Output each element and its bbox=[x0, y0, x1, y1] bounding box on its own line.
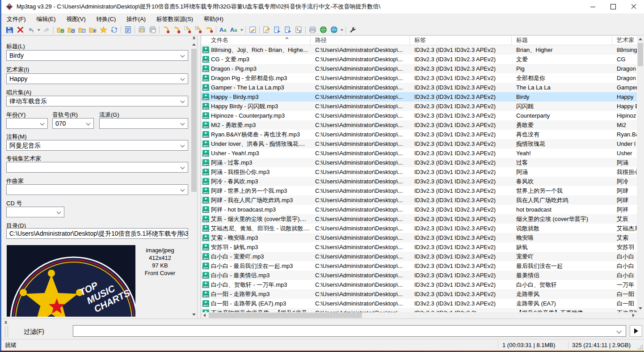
album-cover[interactable]: TOP MUSIC CHARTS bbox=[7, 245, 135, 317]
album-artist-field[interactable] bbox=[6, 162, 188, 173]
menu-help[interactable]: 帮助(H) bbox=[199, 13, 228, 25]
paste-tag-button[interactable] bbox=[147, 25, 158, 34]
remove-tag-button[interactable] bbox=[15, 25, 25, 34]
web-source-alt-button[interactable] bbox=[328, 25, 339, 34]
open-playlist-button[interactable] bbox=[76, 25, 87, 34]
tag-paste-button[interactable] bbox=[182, 25, 193, 34]
table-row[interactable]: MP3 白小白 - 最美情侣.mp3 C:\Users\Administrato… bbox=[201, 271, 637, 280]
convert-case-alt-button[interactable]: Aa bbox=[228, 25, 239, 34]
table-row[interactable]: MP3 艾索 - 晚安喵.mp3 C:\Users\Administrator\… bbox=[201, 233, 637, 242]
menu-file[interactable]: 文件(F) bbox=[2, 13, 30, 25]
table-row[interactable]: MP3 Dragon - Pig.mp3 C:\Users\Administra… bbox=[201, 64, 637, 73]
refresh-button[interactable] bbox=[109, 25, 119, 34]
table-row[interactable]: MP3 白一阳 - 走路带风 (EA7).mp3 C:\Users\Admini… bbox=[201, 299, 637, 308]
scrollbar-thumb[interactable] bbox=[191, 49, 197, 192]
undo-button[interactable] bbox=[25, 25, 36, 34]
scrollbar-thumb[interactable] bbox=[209, 313, 362, 318]
column-header-path[interactable]: 路径 bbox=[311, 36, 410, 45]
scroll-left-icon[interactable] bbox=[203, 314, 206, 317]
table-row[interactable]: MP3 Mi2 - 勇敢爱.mp3 C:\Users\Administrator… bbox=[201, 120, 637, 130]
filter-close-button[interactable]: x bbox=[3, 320, 8, 325]
tag-panel-close-button[interactable]: x bbox=[191, 35, 197, 41]
filter-grip[interactable] bbox=[5, 326, 8, 338]
table-row[interactable]: MP3 艾福杰尼、黄旭、田羽生 - 说散就散.... C:\Users\Admi… bbox=[201, 224, 637, 233]
convert-case-dropdown-button[interactable] bbox=[239, 25, 244, 34]
table-row[interactable]: MP3 不改音响提升六倍音质，【提升6倍音 C:\Users\Administr… bbox=[201, 308, 637, 312]
table-row[interactable]: MP3 Happy - Birdy.mp3 C:\Users\Administr… bbox=[201, 92, 637, 102]
scroll-up-icon[interactable] bbox=[192, 43, 196, 46]
file-list-vertical-scrollbar[interactable] bbox=[637, 35, 644, 312]
table-row[interactable]: MP3 白小白 - 最后我们没在一起.mp3 C:\Users\Administ… bbox=[201, 261, 637, 271]
convert-tag-filename-button[interactable] bbox=[261, 25, 272, 34]
title-field[interactable]: Birdy bbox=[6, 50, 188, 61]
parent-directory-button[interactable] bbox=[87, 25, 98, 34]
scroll-right-icon[interactable] bbox=[632, 314, 635, 317]
scroll-down-icon[interactable] bbox=[192, 314, 196, 316]
table-row[interactable]: MP3 88rising、Joji、Rich - Brian、Highe... … bbox=[201, 45, 637, 55]
table-row[interactable]: MP3 Usher - Yeah!.mp3 C:\Users\Administr… bbox=[201, 148, 637, 158]
convert-filename-filename-button[interactable] bbox=[282, 25, 293, 34]
directory-field[interactable]: C:\Users\Administrator\Desktop\提升10倍音质5.… bbox=[6, 228, 188, 239]
table-row[interactable]: MP3 阿肆 - 我在人民广场吃炸鸡.mp3 C:\Users\Administ… bbox=[201, 195, 637, 205]
album-field[interactable]: 律动车载音乐 bbox=[6, 96, 188, 106]
table-row[interactable]: MP3 Gamper - The La La La.mp3 C:\Users\A… bbox=[201, 83, 637, 92]
table-row[interactable]: MP3 阿祥 - hot broadcast.mp3 C:\Users\Admi… bbox=[201, 205, 637, 214]
scroll-up-icon[interactable] bbox=[639, 38, 642, 40]
undo-dropdown-button[interactable] bbox=[36, 25, 41, 34]
year-field[interactable] bbox=[6, 118, 48, 129]
column-header-title[interactable]: 标题 bbox=[512, 36, 612, 45]
filter-apply-button[interactable] bbox=[630, 325, 642, 337]
table-row[interactable]: MP3 Dragon Pig - 全部都是你.mp3 C:\Users\Admi… bbox=[201, 73, 637, 83]
copy-tag-button[interactable] bbox=[136, 25, 147, 34]
table-row[interactable]: MP3 白小白、贺敬轩 - 一万年.mp3 C:\Users\Administr… bbox=[201, 280, 637, 289]
menu-actions[interactable]: 操作(A) bbox=[122, 13, 150, 25]
table-row[interactable]: MP3 Under lover、洪春风 - 痴情玫瑰花.... C:\Users… bbox=[201, 139, 637, 148]
file-list-horizontal-scrollbar[interactable] bbox=[201, 312, 637, 318]
table-row[interactable]: MP3 白小白 - 宠爱吖.mp3 C:\Users\Administrator… bbox=[201, 252, 637, 261]
tag-copy-button[interactable] bbox=[172, 25, 182, 34]
table-row[interactable]: MP3 安苏羽 - 缺氧.mp3 C:\Users\Administrator\… bbox=[201, 242, 637, 252]
table-row[interactable]: MP3 阿涵 - 我很担心你.mp3 C:\Users\Administrato… bbox=[201, 167, 637, 177]
options-button[interactable] bbox=[347, 25, 358, 34]
table-row[interactable]: MP3 CG - 文爱.mp3 C:\Users\Administrator\D… bbox=[201, 55, 637, 64]
table-row[interactable]: MP3 艾辰 - 烟火里的尘埃 (cover华晨宇).... C:\Users\… bbox=[201, 214, 637, 224]
edit-tag-button[interactable] bbox=[247, 25, 258, 34]
column-header-tag[interactable]: 标签 bbox=[410, 36, 512, 45]
table-row[interactable]: MP3 Hipinoze - Counterparty.mp3 C:\Users… bbox=[201, 111, 637, 120]
tag-panel-scrollbar[interactable]: x bbox=[191, 35, 197, 318]
maximize-button[interactable] bbox=[603, 0, 623, 13]
table-row[interactable]: MP3 Ryan.B&AY杨佬叁 - 再也没有.mp3 C:\Users\Adm… bbox=[201, 130, 637, 139]
composer-field[interactable] bbox=[6, 184, 188, 195]
add-directory-button[interactable] bbox=[66, 25, 76, 34]
scrollbar-thumb[interactable] bbox=[638, 43, 643, 66]
menu-convert[interactable]: 转换(C) bbox=[92, 13, 120, 25]
web-source-button[interactable] bbox=[318, 25, 328, 34]
comment-field[interactable]: 阿曼尼音乐 bbox=[6, 140, 188, 151]
menu-view[interactable]: 视图(V) bbox=[62, 13, 90, 25]
resize-grip[interactable] bbox=[638, 345, 643, 349]
table-row[interactable]: MP3 白一阳 - 走路带风.mp3 C:\Users\Administrato… bbox=[201, 289, 637, 299]
artist-field[interactable]: Happy bbox=[6, 73, 188, 84]
tag-panel-toggle-button[interactable] bbox=[122, 25, 133, 34]
disc-field[interactable] bbox=[6, 207, 64, 217]
menu-tag-sources[interactable]: 标签数据源(S) bbox=[152, 13, 198, 25]
save-button[interactable] bbox=[4, 25, 15, 34]
table-row[interactable]: MP3 阿涵 - 过客.mp3 C:\Users\Administrator\D… bbox=[201, 158, 637, 167]
column-header-artist[interactable]: 艺术家 bbox=[612, 36, 637, 45]
panel-splitter[interactable] bbox=[197, 35, 201, 318]
table-row[interactable]: MP3 阿肆 - 世界上的另一个我.mp3 C:\Users\Administr… bbox=[201, 186, 637, 195]
close-button[interactable] bbox=[623, 0, 644, 13]
redo-button[interactable] bbox=[41, 25, 52, 34]
tag-paste-fields-button[interactable] bbox=[193, 25, 204, 34]
table-row[interactable]: MP3 阿冷 - 春风吹.mp3 C:\Users\Administrator\… bbox=[201, 177, 637, 186]
genre-field[interactable] bbox=[99, 118, 188, 129]
tag-remove-button[interactable] bbox=[204, 25, 215, 34]
minimize-button[interactable] bbox=[582, 0, 603, 13]
table-row[interactable]: MP3 Happy Birdy - 闪闪靓.mp3 C:\Users\Admin… bbox=[201, 102, 637, 111]
web-source-dropdown-button[interactable] bbox=[339, 25, 344, 34]
convert-filename-tag-button[interactable] bbox=[272, 25, 282, 34]
column-header-filename[interactable]: 文件名 bbox=[201, 36, 311, 45]
tag-cut-button[interactable] bbox=[161, 25, 172, 34]
track-field[interactable]: 070 bbox=[52, 118, 94, 129]
filter-input[interactable] bbox=[73, 325, 626, 337]
